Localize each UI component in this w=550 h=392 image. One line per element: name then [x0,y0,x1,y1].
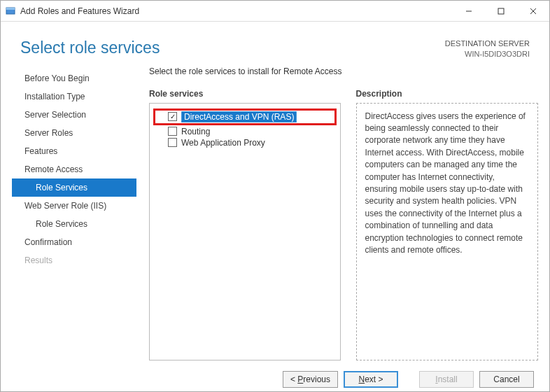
role-item-web-application-proxy[interactable]: Web Application Proxy [155,137,334,148]
description-pane: Description DirectAccess gives users the… [356,89,538,360]
app-icon [5,6,16,17]
description-title: Description [356,89,538,99]
role-item-directaccess-and-vpn-ras-[interactable]: ✓DirectAccess and VPN (RAS) [155,111,334,123]
wizard-nav: Before You BeginInstallation TypeServer … [12,66,136,360]
close-button[interactable] [517,1,549,22]
nav-item-role-services[interactable]: Role Services [12,215,136,233]
title-bar: Add Roles and Features Wizard [1,1,549,22]
window-title: Add Roles and Features Wizard [20,6,139,16]
install-button[interactable]: Install [419,371,474,388]
role-item-routing[interactable]: Routing [155,126,334,137]
nav-item-before-you-begin[interactable]: Before You Begin [12,69,136,88]
maximize-button[interactable] [485,1,517,22]
main-panel: Select the role services to install for … [136,66,538,360]
role-label: Web Application Proxy [181,138,265,148]
role-services-pane: Role services ✓DirectAccess and VPN (RAS… [149,89,341,360]
cancel-button[interactable]: Cancel [479,371,534,388]
instruction-text: Select the role services to install for … [149,66,538,76]
role-services-list: ✓DirectAccess and VPN (RAS)RoutingWeb Ap… [149,103,341,360]
role-label: Routing [181,127,210,136]
description-text: DirectAccess gives users the experience … [356,103,538,360]
footer: < Previous Next > Install Cancel [1,360,549,392]
destination-server-name: WIN-I5DID3O3DRI [445,49,530,59]
page-title: Select role services [20,38,160,57]
svg-rect-1 [6,8,15,10]
role-checkbox[interactable] [168,138,177,147]
nav-item-remote-access[interactable]: Remote Access [12,160,136,178]
nav-item-server-selection[interactable]: Server Selection [12,106,136,124]
next-button[interactable]: Next > [344,371,398,388]
svg-rect-3 [498,8,504,14]
nav-item-installation-type[interactable]: Installation Type [12,88,136,106]
role-services-title: Role services [149,89,341,99]
nav-item-server-roles[interactable]: Server Roles [12,124,136,142]
minimize-button[interactable] [453,1,485,22]
content-area: Before You BeginInstallation TypeServer … [1,66,549,360]
destination-server-label: DESTINATION SERVER [445,38,530,49]
nav-item-role-services[interactable]: Role Services [12,178,136,197]
previous-button[interactable]: < Previous [283,371,338,388]
nav-item-confirmation[interactable]: Confirmation [12,233,136,251]
role-checkbox[interactable] [168,127,177,136]
nav-item-web-server-role-iis-[interactable]: Web Server Role (IIS) [12,197,136,215]
destination-server-info: DESTINATION SERVER WIN-I5DID3O3DRI [445,38,530,59]
role-checkbox[interactable]: ✓ [168,112,177,121]
role-label: DirectAccess and VPN (RAS) [181,111,297,122]
header: Select role services DESTINATION SERVER … [1,22,549,66]
nav-item-results: Results [12,251,136,270]
nav-item-features[interactable]: Features [12,142,136,160]
